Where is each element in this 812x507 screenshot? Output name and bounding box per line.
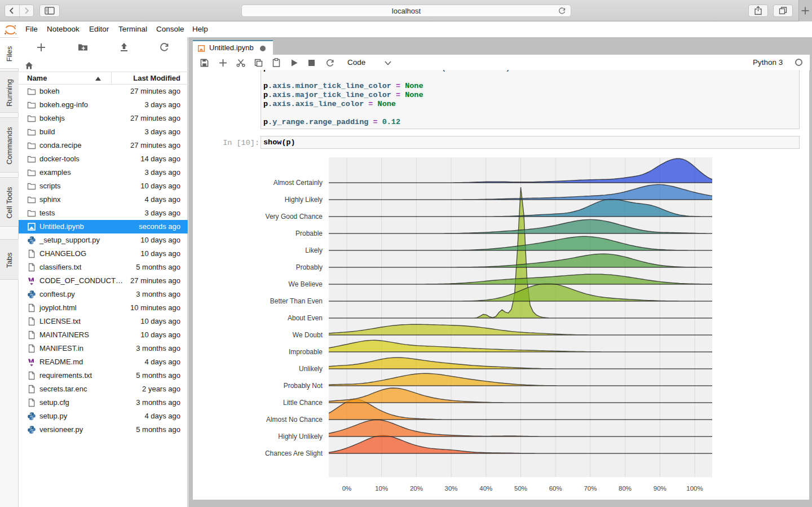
svg-text:Almost Certainly: Almost Certainly	[273, 179, 323, 187]
svg-text:Very Good Chance: Very Good Chance	[266, 213, 323, 221]
svg-text:0%: 0%	[342, 485, 352, 492]
svg-text:Chances Are Slight: Chances Are Slight	[265, 449, 323, 457]
svg-text:Probably Not: Probably Not	[284, 382, 323, 390]
svg-text:Highly Likely: Highly Likely	[285, 196, 323, 204]
svg-text:Probable: Probable	[295, 230, 323, 237]
svg-text:60%: 60%	[549, 485, 562, 492]
svg-text:90%: 90%	[654, 485, 667, 492]
svg-text:20%: 20%	[410, 485, 423, 492]
svg-text:About Even: About Even	[288, 314, 323, 322]
svg-text:Unlikely: Unlikely	[299, 365, 323, 373]
svg-text:Highly Unlikely: Highly Unlikely	[278, 433, 323, 440]
svg-text:50%: 50%	[514, 485, 527, 492]
svg-text:Better Than Even: Better Than Even	[270, 297, 323, 305]
svg-text:Little Chance: Little Chance	[283, 399, 323, 407]
svg-text:Probably: Probably	[296, 263, 323, 271]
svg-text:100%: 100%	[686, 485, 703, 492]
svg-text:10%: 10%	[375, 485, 388, 492]
svg-text:Likely: Likely	[305, 246, 323, 254]
svg-text:We Believe: We Believe	[289, 280, 323, 288]
svg-text:30%: 30%	[445, 485, 458, 492]
svg-text:Almost No Chance: Almost No Chance	[266, 416, 323, 424]
svg-text:Improbable: Improbable	[289, 348, 323, 356]
svg-text:40%: 40%	[479, 485, 492, 492]
svg-text:We Doubt: We Doubt	[293, 331, 323, 339]
svg-text:70%: 70%	[584, 485, 597, 492]
svg-text:80%: 80%	[619, 485, 632, 492]
